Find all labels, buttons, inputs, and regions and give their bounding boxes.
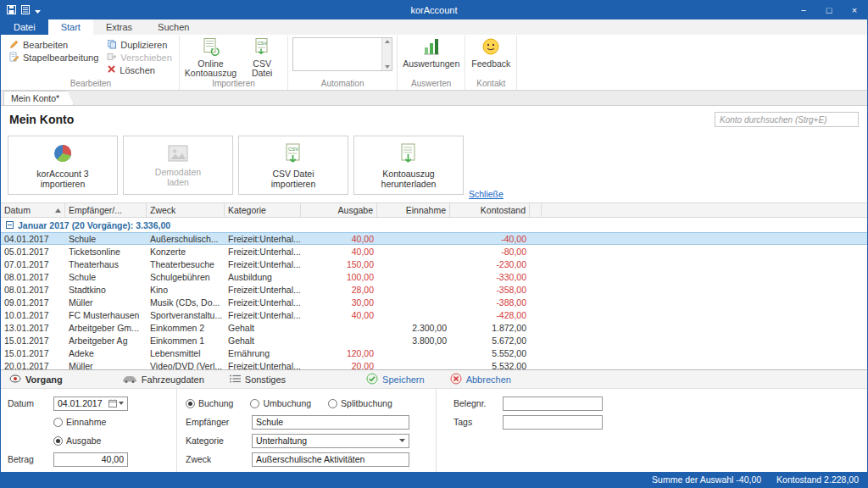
cell-empfaenger: FC Musterhausen <box>65 310 147 320</box>
table-row[interactable]: 07.01.2017TheaterhausTheaterbesucheFreiz… <box>1 258 867 270</box>
chevron-down-icon <box>399 439 405 442</box>
card-kontoauszug-herunterladen[interactable]: Kontoauszug herunterladen <box>353 136 464 195</box>
column-header-zweck[interactable]: Zweck <box>147 203 225 217</box>
cell-zweck: Sportveranstaltu... <box>147 310 225 320</box>
column-header-einnahme[interactable]: Einnahme <box>377 203 450 217</box>
ausgabe-radio-option[interactable]: Ausgabe <box>53 435 101 446</box>
cell-zweck: Lebensmittel <box>147 348 225 358</box>
svg-text:CSV: CSV <box>258 41 268 46</box>
cell-ausgabe: 40,00 <box>301 247 377 257</box>
csv-datei-label: CSV Datei <box>252 59 273 78</box>
zweck-input[interactable] <box>252 452 409 467</box>
document-icon[interactable] <box>21 5 30 16</box>
collapse-icon[interactable] <box>6 220 14 230</box>
table-row[interactable]: 13.01.2017Arbeitgeber Gm...Einkommen 2Ge… <box>1 321 867 334</box>
bearbeiten-label: Bearbeiten <box>23 40 68 50</box>
csv-datei-button[interactable]: CSV CSV Datei <box>239 36 285 78</box>
document-tab-mein-konto[interactable]: Mein Konto* <box>3 91 74 105</box>
table-row[interactable]: 15.01.2017AdekeLebensmittelErnährung120,… <box>1 347 867 359</box>
datum-input[interactable]: 04.01.2017 <box>53 396 128 411</box>
column-header-ausgabe[interactable]: Ausgabe <box>301 203 377 217</box>
close-cards-link[interactable]: Schließe <box>469 189 504 199</box>
tab-start[interactable]: Start <box>48 19 93 35</box>
group-row-januar-2017[interactable]: Januar 2017 (20 Vorgänge): 3.336,00 <box>1 218 867 232</box>
column-header-datum[interactable]: Datum <box>1 203 65 217</box>
verschieben-label: Verschieben <box>120 53 172 63</box>
speichern-button[interactable]: Speichern <box>366 373 425 386</box>
table-row[interactable]: 08.01.2017StadtkinoKinoFreizeit:Unterhal… <box>1 283 867 296</box>
search-input[interactable] <box>715 112 859 127</box>
abbrechen-button[interactable]: Abbrechen <box>450 373 511 386</box>
cell-zweck: Außerschulisch... <box>147 234 225 244</box>
umbuchung-radio[interactable] <box>250 399 259 408</box>
cell-zweck: Kino <box>147 285 225 295</box>
form-column-middle: Buchung Umbuchung Splitbuchung Empfänger <box>177 389 437 472</box>
cell-zweck: Musik (CDs, Do... <box>147 297 225 308</box>
einnahme-radio-option[interactable]: Einnahme <box>53 417 106 427</box>
stapelbearbeitung-button[interactable]: Stapelbearbeitung <box>5 51 103 64</box>
qat-dropdown-icon[interactable] <box>35 5 41 15</box>
tab-extras[interactable]: Extras <box>93 19 145 35</box>
cell-zweck: Konzerte <box>147 247 225 257</box>
card-csv-importieren[interactable]: CSV CSV Datei importieren <box>238 136 348 195</box>
online-kontoauszug-button[interactable]: Online Kontoauszug <box>182 36 239 78</box>
maximize-button[interactable]: □ <box>816 1 842 19</box>
save-icon[interactable] <box>7 5 16 16</box>
ribbon-group-automation: Automation <box>288 36 398 90</box>
belegnr-input[interactable] <box>503 396 603 411</box>
feedback-button[interactable]: Feedback <box>468 36 514 69</box>
cell-kontostand: -80,00 <box>450 247 530 257</box>
splitbuchung-radio-option[interactable]: Splitbuchung <box>328 398 392 408</box>
check-circle-icon <box>366 373 378 386</box>
buchung-radio-option[interactable]: Buchung <box>186 398 233 408</box>
bar-chart-icon <box>422 37 441 58</box>
column-header-kategorie[interactable]: Kategorie <box>225 203 301 217</box>
tab-fahrzeugdaten[interactable]: Fahrzeugdaten <box>122 374 204 385</box>
cell-ausgabe: 120,00 <box>301 348 377 358</box>
tab-suchen[interactable]: Suchen <box>145 19 202 35</box>
splitbuchung-radio[interactable] <box>328 399 337 408</box>
automation-scrollbar[interactable] <box>381 38 392 70</box>
duplizieren-button[interactable]: Duplizieren <box>103 38 176 51</box>
svg-text:CSV: CSV <box>288 147 298 152</box>
table-row[interactable]: 09.01.2017MüllerMusik (CDs, Do...Freizei… <box>1 296 867 308</box>
umbuchung-radio-option[interactable]: Umbuchung <box>250 398 311 408</box>
tags-input[interactable] <box>503 415 603 430</box>
cell-datum: 08.01.2017 <box>1 272 65 282</box>
column-header-empfaenger[interactable]: Empfänger/... <box>65 203 147 217</box>
calendar-dropdown-icon[interactable] <box>108 399 124 408</box>
kategorie-select[interactable]: Unterhaltung <box>252 434 409 448</box>
tab-datei[interactable]: Datei <box>1 19 48 35</box>
minimize-button[interactable]: − <box>791 1 816 19</box>
table-row[interactable]: 08.01.2017SchuleSchulgebührenAusbildung1… <box>1 270 867 283</box>
ausgabe-radio[interactable] <box>53 436 63 446</box>
table-row[interactable]: 20.01.2017MüllerVideo/DVD (Verl...Freize… <box>1 359 867 369</box>
table-row[interactable]: 15.01.2017Arbeitgeber AgEinkommen 1Gehal… <box>1 334 867 347</box>
ausgabe-label: Ausgabe <box>66 435 101 446</box>
zweck-label: Zweck <box>186 454 252 464</box>
abbrechen-label: Abbrechen <box>466 374 511 385</box>
cell-kontostand: -358,00 <box>450 285 530 295</box>
kategorie-label: Kategorie <box>186 435 252 446</box>
column-header-kontostand[interactable]: Kontostand <box>450 203 530 217</box>
table-row[interactable]: 10.01.2017FC MusterhausenSportveranstalt… <box>1 308 867 321</box>
tab-vorgang[interactable]: Vorgang <box>9 374 63 385</box>
close-button[interactable]: × <box>842 1 867 19</box>
automation-listbox[interactable] <box>292 37 392 71</box>
bearbeiten-button[interactable]: Bearbeiten <box>5 38 103 51</box>
auswertungen-button[interactable]: Auswertungen <box>400 36 462 69</box>
loeschen-button[interactable]: Löschen <box>103 64 176 76</box>
einnahme-radio[interactable] <box>53 418 63 427</box>
ribbon-tab-strip: Datei Start Extras Suchen <box>1 19 867 35</box>
cell-empfaenger: Schule <box>65 272 147 282</box>
list-icon <box>230 374 241 385</box>
card-koraccount3-importieren[interactable]: korAccount 3 importieren <box>8 136 118 195</box>
tab-sonstiges[interactable]: Sonstiges <box>230 374 286 385</box>
buchung-radio[interactable] <box>186 399 195 408</box>
table-row[interactable]: 05.01.2017TicketsonlineKonzerteFreizeit:… <box>1 245 867 258</box>
cell-datum: 15.01.2017 <box>1 348 65 358</box>
cell-ausgabe: 40,00 <box>301 234 377 244</box>
betrag-input[interactable] <box>53 452 128 467</box>
table-row[interactable]: 04.01.2017SchuleAußerschulisch...Freizei… <box>1 232 867 245</box>
empfaenger-input[interactable] <box>252 415 409 430</box>
